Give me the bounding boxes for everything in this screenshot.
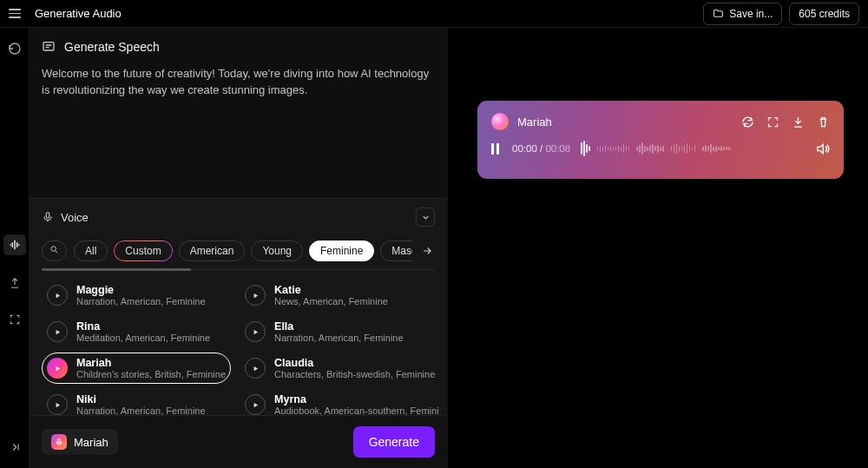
- chips-scroll[interactable]: All Custom American Young Feminine Mascu…: [74, 241, 412, 261]
- save-in-button[interactable]: Save in...: [703, 3, 782, 25]
- chip-young[interactable]: Young: [251, 241, 303, 261]
- rail-collapse-icon[interactable]: [6, 438, 23, 456]
- play-icon[interactable]: [245, 394, 266, 415]
- volume-icon[interactable]: [815, 142, 830, 156]
- voice-item-mariah[interactable]: MariahChildren's stories, British, Femin…: [42, 353, 231, 384]
- chip-feminine[interactable]: Feminine: [309, 241, 374, 261]
- voice-list[interactable]: MaggieNarration, American, Feminine Kati…: [42, 280, 438, 415]
- side-rail: [0, 28, 30, 468]
- voice-item-maggie[interactable]: MaggieNarration, American, Feminine: [42, 280, 231, 311]
- folder-icon: [713, 8, 724, 19]
- voice-item-niki[interactable]: NikiNarration, American, Feminine: [42, 389, 231, 415]
- play-icon[interactable]: [47, 285, 68, 306]
- chip-all[interactable]: All: [74, 241, 108, 261]
- menu-button[interactable]: [9, 6, 24, 22]
- svg-rect-0: [43, 43, 54, 50]
- play-icon[interactable]: [47, 358, 68, 379]
- play-icon[interactable]: [47, 321, 68, 342]
- mic-icon: [51, 434, 67, 450]
- player-voice-name: Mariah: [517, 115, 552, 129]
- chips-next-button[interactable]: [419, 243, 435, 259]
- app-title: Generative Audio: [35, 7, 122, 20]
- voice-item-rina[interactable]: RinaMeditation, American, Feminine: [42, 316, 231, 347]
- voice-avatar: [491, 113, 509, 130]
- play-icon[interactable]: [245, 358, 266, 379]
- chip-custom[interactable]: Custom: [114, 241, 172, 261]
- voice-item-myrna[interactable]: MyrnaAudiobook, American-southern, Femin…: [240, 389, 438, 415]
- voice-item-ella[interactable]: EllaNarration, American, Feminine: [240, 316, 438, 347]
- waveform[interactable]: [581, 139, 805, 158]
- voice-search-button[interactable]: [42, 241, 67, 261]
- selected-voice-chip[interactable]: Mariah: [42, 429, 118, 455]
- chips-scroll-indicator: [42, 268, 435, 271]
- search-icon: [49, 245, 59, 254]
- mic-icon: [42, 211, 54, 223]
- play-icon[interactable]: [47, 394, 68, 415]
- pause-button[interactable]: [491, 143, 502, 155]
- svg-point-2: [51, 247, 56, 252]
- rail-history-icon[interactable]: [6, 40, 23, 57]
- rail-prompt-icon[interactable]: [6, 274, 23, 292]
- regenerate-icon[interactable]: [741, 115, 754, 129]
- play-icon[interactable]: [245, 321, 266, 342]
- svg-rect-3: [58, 438, 61, 443]
- download-icon[interactable]: [792, 115, 805, 129]
- voice-collapse-button[interactable]: [416, 208, 435, 227]
- player-time: 00:00 / 00:08: [512, 143, 570, 154]
- voice-section-label: Voice: [61, 211, 89, 224]
- credits-button[interactable]: 605 credits: [789, 3, 859, 25]
- rail-audio-icon[interactable]: [3, 234, 26, 255]
- speech-icon: [42, 40, 56, 54]
- svg-rect-1: [46, 213, 49, 218]
- prompt-text[interactable]: Welcome to the future of creativity! Tod…: [30, 54, 447, 111]
- chip-american[interactable]: American: [179, 241, 246, 261]
- play-icon[interactable]: [245, 285, 266, 306]
- expand-icon[interactable]: [766, 115, 779, 129]
- generate-button[interactable]: Generate: [353, 426, 435, 458]
- rail-scan-icon[interactable]: [6, 311, 23, 328]
- voice-item-claudia[interactable]: ClaudiaCharacters, British-swedish, Femi…: [240, 353, 438, 384]
- chip-masculine[interactable]: Masculine: [380, 241, 412, 261]
- delete-icon[interactable]: [817, 115, 830, 129]
- audio-player-card: Mariah 00:00 / 00:08: [477, 101, 844, 179]
- panel-title: Generate Speech: [64, 40, 160, 54]
- voice-item-katie[interactable]: KatieNews, American, Feminine: [240, 280, 438, 311]
- selected-voice-name: Mariah: [74, 436, 108, 449]
